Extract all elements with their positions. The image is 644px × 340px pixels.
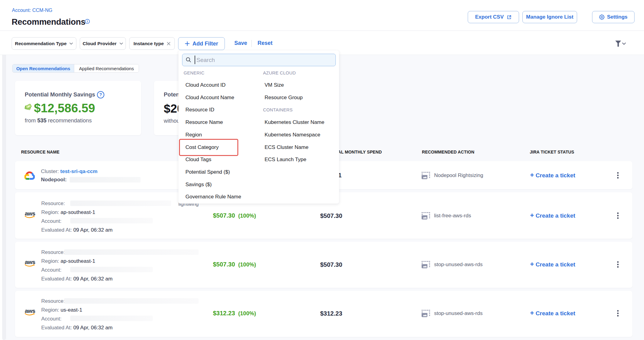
svg-text:?: ? xyxy=(99,92,102,97)
